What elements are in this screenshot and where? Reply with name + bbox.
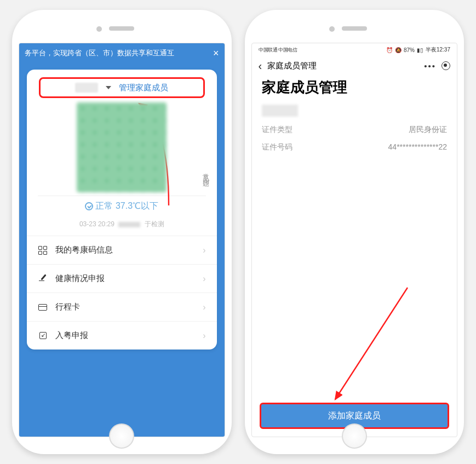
battery-pct: 87% (404, 47, 415, 53)
status-bar-right: ⏰ 🔕 87% ▮▯ 半夜12:37 (386, 46, 450, 54)
family-selector-row[interactable]: 管理家庭成员 (39, 77, 205, 98)
check-circle-icon (85, 202, 93, 210)
last-check-timestamp: 03-23 20:29 于检测 (27, 216, 217, 236)
member-name-blur (262, 105, 298, 117)
ts-date: 03-23 20:29 (79, 220, 114, 228)
nav-bar: ‹ 家庭成员管理 ••• (252, 55, 457, 77)
carrier-label: 中国联通 中国电信 (259, 48, 297, 53)
status-bar: 中国联通 中国电信 ⏰ 🔕 87% ▮▯ 半夜12:37 (252, 43, 457, 55)
more-icon[interactable]: ••• (424, 61, 436, 71)
target-icon[interactable] (441, 61, 450, 70)
chevron-right-icon: › (203, 245, 205, 255)
current-member-name (75, 83, 98, 93)
ts-suffix: 于检测 (145, 220, 164, 228)
id-number-label: 证件号码 (262, 142, 293, 152)
silent-icon: 🔕 (395, 47, 402, 53)
main-panel: 管理家庭成员 常见问题 正常 37.3℃以下 03-23 20:29 于检测 (19, 63, 225, 437)
enter-icon (38, 331, 48, 341)
notice-banner: 务平台，实现跨省（区、市）数据共享和互通互 × (19, 43, 225, 63)
phone-mockup-left: 务平台，实现跨省（区、市）数据共享和互通互 × 管理家庭成员 常见问题 正常 3 (12, 10, 232, 454)
health-code-card: 管理家庭成员 常见问题 正常 37.3℃以下 03-23 20:29 于检测 (27, 70, 217, 350)
alarm-icon: ⏰ (386, 47, 393, 53)
screen-left: 务平台，实现跨省（区、市）数据共享和互通互 × 管理家庭成员 常见问题 正常 3 (19, 43, 225, 437)
close-icon[interactable]: × (213, 48, 219, 58)
card-icon (38, 302, 48, 312)
page-title: 家庭成员管理 (252, 77, 457, 105)
faq-side-tab[interactable]: 常见问题 (201, 168, 210, 177)
chevron-right-icon: › (203, 331, 205, 341)
action-menu: 我的粤康码信息 › 健康情况申报 › 行程卡 › (27, 236, 217, 350)
clock-time: 半夜12:37 (426, 46, 450, 54)
chevron-down-icon[interactable] (106, 86, 111, 89)
id-number-row: 证件号码 44**************22 (262, 139, 448, 156)
menu-label: 入粤申报 (55, 330, 88, 341)
menu-health-report[interactable]: 健康情况申报 › (27, 264, 217, 293)
menu-label: 我的粤康码信息 (55, 245, 113, 255)
menu-my-code-info[interactable]: 我的粤康码信息 › (27, 236, 217, 264)
temperature-status: 正常 37.3℃以下 (38, 196, 206, 216)
menu-label: 健康情况申报 (55, 273, 105, 284)
home-button[interactable] (342, 423, 367, 449)
battery-icon: ▮▯ (417, 47, 423, 53)
status-text: 正常 37.3℃以下 (95, 201, 158, 212)
nav-actions: ••• (424, 61, 450, 71)
id-number-value: 44**************22 (388, 142, 447, 152)
manage-family-link[interactable]: 管理家庭成员 (119, 83, 168, 93)
chevron-right-icon: › (203, 274, 205, 284)
screen-right: 中国联通 中国电信 ⏰ 🔕 87% ▮▯ 半夜12:37 ‹ 家庭成员管理 ••… (251, 43, 458, 437)
nav-title: 家庭成员管理 (267, 61, 317, 71)
callout-arrow-icon (325, 283, 413, 404)
add-button-label: 添加家庭成员 (328, 410, 381, 422)
id-type-value: 居民身份证 (409, 125, 447, 135)
banner-text: 务平台，实现跨省（区、市）数据共享和互通互 (25, 48, 174, 58)
back-icon[interactable]: ‹ (259, 60, 268, 72)
ts-location-blur (118, 222, 140, 227)
pen-icon (38, 274, 48, 284)
home-button[interactable] (109, 423, 134, 449)
menu-travel-card[interactable]: 行程卡 › (27, 293, 217, 321)
id-type-label: 证件类型 (262, 125, 293, 135)
qr-code (77, 102, 167, 192)
menu-label: 行程卡 (55, 302, 80, 312)
phone-mockup-right: 中国联通 中国电信 ⏰ 🔕 87% ▮▯ 半夜12:37 ‹ 家庭成员管理 ••… (245, 10, 464, 454)
id-type-row: 证件类型 居民身份证 (262, 121, 448, 139)
menu-enter-gd-report[interactable]: 入粤申报 › (27, 321, 217, 350)
chevron-right-icon: › (203, 302, 205, 312)
grid-icon (38, 245, 48, 255)
member-info-block: 证件类型 居民身份证 证件号码 44**************22 (252, 105, 457, 156)
